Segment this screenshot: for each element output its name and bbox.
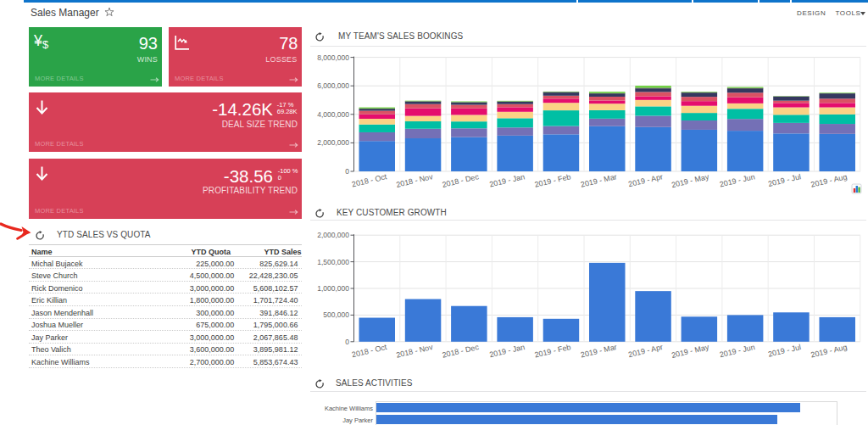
- svg-text:2019 - May: 2019 - May: [670, 172, 710, 189]
- svg-text:2018 - Nov: 2018 - Nov: [395, 343, 434, 360]
- svg-text:2019 - Jan: 2019 - Jan: [488, 343, 526, 359]
- svg-text:2019 - Feb: 2019 - Feb: [534, 172, 572, 189]
- svg-text:2019 - Jun: 2019 - Jun: [719, 343, 756, 359]
- svg-text:6,000,000: 6,000,000: [317, 81, 349, 90]
- svg-text:2018 - Dec: 2018 - Dec: [442, 172, 481, 189]
- svg-text:2018 - Nov: 2018 - Nov: [395, 172, 434, 189]
- svg-text:2019 - Mar: 2019 - Mar: [580, 172, 618, 189]
- svg-text:2019 - Mar: 2019 - Mar: [580, 343, 618, 360]
- svg-text:2019 - Aug: 2019 - Aug: [810, 172, 849, 189]
- svg-text:2019 - Jun: 2019 - Jun: [719, 172, 756, 188]
- svg-text:1,500,000: 1,500,000: [317, 258, 349, 266]
- svg-text:2018 - Oct: 2018 - Oct: [351, 172, 388, 188]
- svg-text:0: 0: [345, 338, 349, 346]
- svg-text:2019 - Apr: 2019 - Apr: [627, 172, 664, 188]
- svg-text:8,000,000: 8,000,000: [317, 53, 349, 62]
- svg-text:2018 - Dec: 2018 - Dec: [442, 343, 481, 360]
- svg-text:2018 - Oct: 2018 - Oct: [351, 343, 388, 359]
- svg-text:2019 - Apr: 2019 - Apr: [627, 343, 664, 359]
- svg-text:1,000,000: 1,000,000: [317, 284, 349, 293]
- svg-text:2019 - May: 2019 - May: [670, 343, 710, 360]
- svg-text:2019 - Jan: 2019 - Jan: [488, 172, 526, 188]
- svg-text:2019 - Feb: 2019 - Feb: [534, 343, 572, 360]
- svg-text:2,000,000: 2,000,000: [317, 138, 349, 147]
- svg-text:2,000,000: 2,000,000: [317, 231, 349, 239]
- svg-text:0: 0: [345, 167, 349, 176]
- svg-text:2019 - Jul: 2019 - Jul: [767, 343, 802, 359]
- svg-text:500,000: 500,000: [323, 310, 349, 319]
- svg-text:4,000,000: 4,000,000: [317, 110, 349, 119]
- svg-text:2019 - Aug: 2019 - Aug: [810, 343, 849, 360]
- svg-text:2019 - Jul: 2019 - Jul: [767, 172, 802, 188]
